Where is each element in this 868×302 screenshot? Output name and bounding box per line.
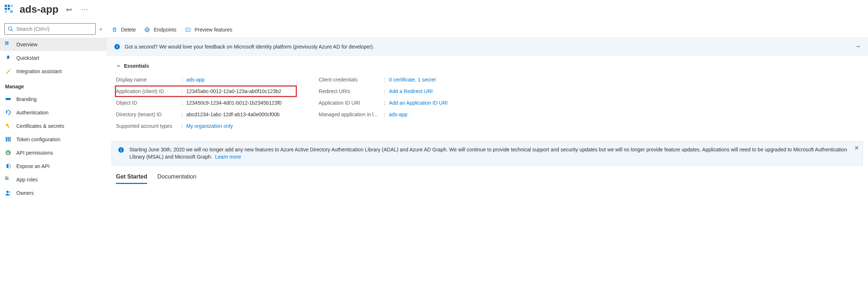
owners-icon <box>5 190 11 196</box>
info-icon <box>118 147 124 153</box>
learn-more-link[interactable]: Learn more <box>215 154 241 160</box>
essentials-row-client-credentials: Client credentials : 0 certificate, 1 se… <box>319 74 448 85</box>
toolbar: Delete Endpoints Preview features <box>107 22 868 38</box>
svg-rect-4 <box>8 8 10 10</box>
svg-point-26 <box>7 191 9 193</box>
sidebar-item-authentication[interactable]: Authentication <box>0 106 107 119</box>
sidebar-item-label: API permissions <box>16 150 53 156</box>
pin-button[interactable] <box>63 4 74 15</box>
sidebar-item-branding[interactable]: Branding <box>0 92 107 106</box>
essentials-row-object-id: Object ID : 123450c9-1234-4d01-b012-1b23… <box>116 97 297 109</box>
svg-rect-22 <box>5 177 7 178</box>
close-banner-button[interactable]: ✕ <box>854 144 859 151</box>
sidebar-item-label: Owners <box>16 190 34 196</box>
app-registration-icon <box>4 4 14 14</box>
svg-point-37 <box>121 148 121 149</box>
svg-rect-9 <box>7 42 9 43</box>
sidebar-item-label: Overview <box>16 42 37 47</box>
essentials-value-account-types[interactable]: My organization only <box>186 123 233 129</box>
svg-rect-8 <box>5 42 7 43</box>
search-input[interactable] <box>16 26 92 32</box>
essentials-title: Essentials <box>124 63 149 69</box>
essentials-row-redirect-uris: Redirect URIs : Add a Redirect URI <box>319 85 448 97</box>
tab-documentation[interactable]: Documentation <box>157 173 196 184</box>
svg-rect-3 <box>5 8 7 10</box>
deprecation-banner-text: Starting June 30th, 2020 we will no long… <box>129 146 857 161</box>
essentials-label: Application ID URI <box>319 100 384 106</box>
essentials-value-app-id-uri[interactable]: Add an Application ID URI <box>389 100 448 106</box>
toolbar-label: Endpoints <box>154 27 176 33</box>
collapse-sidebar-button[interactable]: « <box>99 26 102 32</box>
rocket-icon <box>5 55 11 61</box>
essentials-row-account-types: Supported account types : My organizatio… <box>116 120 297 132</box>
main-content: Delete Endpoints Preview features Got a … <box>107 22 868 200</box>
feedback-arrow-button[interactable]: → <box>854 43 861 50</box>
svg-rect-33 <box>117 46 117 48</box>
trash-icon <box>112 27 117 33</box>
sidebar-item-expose-api[interactable]: Expose an API <box>0 159 107 173</box>
preview-features-button[interactable]: Preview features <box>185 27 232 33</box>
deprecation-banner: Starting June 30th, 2020 we will no long… <box>112 141 863 165</box>
svg-rect-17 <box>6 137 7 142</box>
sidebar-item-owners[interactable]: Owners <box>0 186 107 200</box>
svg-point-12 <box>9 69 11 70</box>
sidebar-item-api-permissions[interactable]: API permissions <box>0 146 107 159</box>
endpoints-button[interactable]: Endpoints <box>144 27 176 33</box>
feedback-banner: Got a second? We would love your feedbac… <box>107 38 868 56</box>
preview-icon <box>185 27 191 33</box>
essentials-label: Client credentials <box>319 77 384 83</box>
essentials-label: Object ID <box>116 100 181 106</box>
toolbar-label: Delete <box>121 27 136 33</box>
sidebar-item-certificates-secrets[interactable]: Certificates & secrets <box>0 119 107 133</box>
essentials-label: Managed application in l... <box>319 112 384 117</box>
svg-rect-18 <box>8 137 9 142</box>
essentials-value-client-credentials[interactable]: 0 certificate, 1 secret <box>389 77 436 83</box>
svg-rect-25 <box>7 179 9 180</box>
sidebar-item-label: Integration assistant <box>16 68 62 74</box>
sidebar-item-label: Certificates & secrets <box>16 123 64 129</box>
sidebar-section-manage: Manage <box>0 78 107 92</box>
essentials-right-column: Client credentials : 0 certificate, 1 se… <box>319 74 448 132</box>
globe-icon <box>144 27 150 33</box>
essentials-row-display-name: Display name : ads-app <box>116 74 297 85</box>
sidebar-item-label: Authentication <box>16 110 49 116</box>
essentials-row-application-id: Application (client) ID : 12345abc-0012-… <box>115 85 297 97</box>
roles-icon <box>5 176 11 183</box>
sidebar-item-label: Expose an API <box>16 163 50 169</box>
token-icon <box>5 136 11 142</box>
sidebar-item-overview[interactable]: Overview <box>0 38 107 51</box>
sidebar-item-app-roles[interactable]: App roles <box>0 173 107 186</box>
tag-icon <box>5 96 11 102</box>
toolbar-label: Preview features <box>195 27 232 33</box>
search-icon <box>8 26 13 32</box>
svg-point-6 <box>8 27 12 30</box>
essentials-value-redirect-uris[interactable]: Add a Redirect URI <box>389 88 433 94</box>
essentials-value-managed-application[interactable]: ads-app <box>389 112 407 117</box>
essentials-label: Redirect URIs <box>319 88 384 94</box>
chevron-up-icon <box>116 63 121 68</box>
search-box[interactable] <box>4 23 96 35</box>
essentials-toggle[interactable]: Essentials <box>116 63 859 69</box>
more-button[interactable]: ⋯ <box>79 4 90 15</box>
delete-button[interactable]: Delete <box>112 27 136 33</box>
essentials-label: Supported account types <box>116 123 181 129</box>
essentials-value-object-id: 123450c9-1234-4d01-b012-1b2345b123f0 <box>186 100 282 106</box>
svg-rect-10 <box>5 43 7 45</box>
svg-rect-36 <box>121 150 121 152</box>
sidebar-item-quickstart[interactable]: Quickstart <box>0 51 107 64</box>
sidebar: « Overview Quickstart Integration assist… <box>0 22 107 200</box>
tabs: Get Started Documentation <box>107 165 868 184</box>
svg-rect-1 <box>8 5 10 7</box>
feedback-banner-text: Got a second? We would love your feedbac… <box>125 44 850 50</box>
page-header: ads-app ⋯ <box>0 0 868 22</box>
sidebar-item-integration-assistant[interactable]: Integration assistant <box>0 64 107 78</box>
svg-rect-13 <box>5 98 11 100</box>
svg-rect-24 <box>5 179 7 180</box>
tab-get-started[interactable]: Get Started <box>116 173 147 184</box>
wand-icon <box>5 68 11 74</box>
essentials-value-display-name[interactable]: ads-app <box>186 77 205 83</box>
sidebar-item-label: App roles <box>16 177 38 183</box>
sidebar-item-token-configuration[interactable]: Token configuration <box>0 133 107 146</box>
svg-point-34 <box>117 45 117 46</box>
essentials-row-tenant-id: Directory (tenant) ID : abcd1234-1abc-12… <box>116 109 297 120</box>
